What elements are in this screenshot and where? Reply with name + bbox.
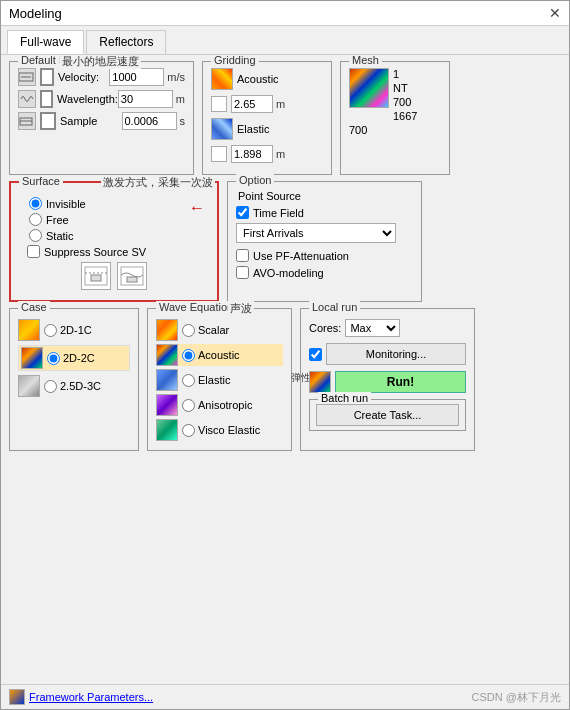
batch-run-group: Batch run Create Task...: [309, 399, 466, 431]
case-2d2c-icon: [21, 347, 43, 369]
avo-modeling-label: AVO-modeling: [253, 267, 324, 279]
acoustic-icon: [211, 68, 233, 90]
tab-reflectors[interactable]: Reflectors: [86, 30, 166, 54]
static-row: Static: [19, 229, 209, 242]
case-2d2c-radio[interactable]: [47, 352, 60, 365]
velocity-input[interactable]: [109, 68, 164, 86]
time-field-checkbox[interactable]: [236, 206, 249, 219]
elastic-unit: m: [276, 148, 285, 160]
batch-run-label: Batch run: [318, 392, 371, 404]
elastic-icon: [211, 118, 233, 140]
case-group: Case 2D-1C 2D-2C 2.5D-3C: [9, 308, 139, 451]
gridding-label: Gridding: [211, 55, 259, 66]
elastic-label: Elastic: [237, 123, 282, 135]
wave-equation-label: Wave Equation: [156, 301, 236, 313]
case-2d1c-icon: [18, 319, 40, 341]
velocity-label: Velocity:: [58, 71, 109, 83]
case-25d-radio[interactable]: [44, 380, 57, 393]
acoustic-color-box: [211, 96, 227, 112]
run-button[interactable]: Run!: [335, 371, 466, 393]
option-label: Option: [236, 174, 274, 186]
mesh-val2: 700: [393, 96, 417, 108]
framework-parameters-link[interactable]: Framework Parameters...: [9, 689, 153, 705]
tab-fullwave[interactable]: Full-wave: [7, 30, 84, 54]
scalar-label: Scalar: [198, 324, 229, 336]
static-label: Static: [46, 230, 74, 242]
static-radio[interactable]: [29, 229, 42, 242]
pf-attenuation-label: Use PF-Attenuation: [253, 250, 349, 262]
tab-bar: Full-wave Reflectors: [1, 26, 569, 55]
arrivals-dropdown[interactable]: First Arrivals: [236, 223, 396, 243]
visco-elastic-radio[interactable]: [182, 424, 195, 437]
preview-icon-1: [81, 262, 111, 290]
case-25d-label: 2.5D-3C: [60, 380, 101, 392]
mesh-icon: [349, 68, 389, 108]
framework-icon: [9, 689, 25, 705]
scalar-radio[interactable]: [182, 324, 195, 337]
anisotropic-label: Anisotropic: [198, 399, 252, 411]
run-icon: [309, 371, 331, 393]
elastic-input[interactable]: [231, 145, 273, 163]
surface-chinese-annotation: 激发方式，采集一次波: [101, 175, 215, 190]
watermark: CSDN @林下月光: [472, 690, 561, 705]
avo-modeling-checkbox[interactable]: [236, 266, 249, 279]
velocity-icon: [18, 68, 36, 86]
scalar-row: Scalar: [156, 319, 283, 341]
wavelength-input[interactable]: [118, 90, 173, 108]
local-run-group: Local run Cores: Max Monitoring... Run!: [300, 308, 475, 451]
close-button[interactable]: ✕: [549, 5, 561, 21]
title-bar: Modeling ✕: [1, 1, 569, 26]
run-row: Run!: [309, 371, 466, 393]
monitoring-checkbox[interactable]: [309, 348, 322, 361]
visco-elastic-label: Visco Elastic: [198, 424, 260, 436]
acoustic-wave-icon: [156, 344, 178, 366]
cores-dropdown[interactable]: Max: [345, 319, 400, 337]
suppress-row: Suppress Source SV: [19, 245, 209, 258]
acoustic-label: Acoustic: [237, 73, 282, 85]
sample-unit: s: [180, 115, 186, 127]
avo-modeling-row: AVO-modeling: [236, 266, 413, 279]
middle-row: Surface 激发方式，采集一次波 Invisible ← Free Stat…: [9, 181, 561, 302]
elastic-input-row: m: [211, 145, 323, 163]
pf-attenuation-row: Use PF-Attenuation: [236, 249, 413, 262]
case-2d1c-radio[interactable]: [44, 324, 57, 337]
elastic-color-box: [211, 146, 227, 162]
preview-icons: [19, 262, 209, 290]
acoustic-wave-row: Acoustic: [156, 344, 283, 366]
bottom-bar: Framework Parameters... CSDN @林下月光: [1, 684, 569, 709]
svg-rect-6: [91, 275, 101, 281]
acoustic-input[interactable]: [231, 95, 273, 113]
create-task-button[interactable]: Create Task...: [316, 404, 459, 426]
point-source-label: Point Source: [236, 190, 413, 202]
monitoring-button[interactable]: Monitoring...: [326, 343, 466, 365]
monitoring-row: Monitoring...: [309, 343, 466, 365]
acoustic-radio[interactable]: [182, 349, 195, 362]
pf-attenuation-checkbox[interactable]: [236, 249, 249, 262]
case-label: Case: [18, 301, 50, 313]
anisotropic-radio[interactable]: [182, 399, 195, 412]
suppress-checkbox[interactable]: [27, 245, 40, 258]
sample-row: Sample s: [18, 112, 185, 130]
framework-label: Framework Parameters...: [29, 691, 153, 703]
elastic-radio[interactable]: [182, 374, 195, 387]
sample-icon: [18, 112, 36, 130]
cores-row: Cores: Max: [309, 319, 466, 337]
option-group: Option Point Source Time Field First Arr…: [227, 181, 422, 302]
invisible-radio[interactable]: [29, 197, 42, 210]
local-run-label: Local run: [309, 301, 360, 313]
nt-label: NT: [393, 82, 417, 94]
visco-elastic-icon: [156, 419, 178, 441]
anisotropic-icon: [156, 394, 178, 416]
window-title: Modeling: [9, 6, 62, 21]
suppress-label: Suppress Source SV: [44, 246, 146, 258]
sample-input[interactable]: [122, 112, 177, 130]
free-radio[interactable]: [29, 213, 42, 226]
case-2d2c-row: 2D-2C: [18, 345, 130, 371]
velocity-color-box: [40, 68, 54, 86]
nt-value: 1: [393, 68, 417, 80]
surface-label: Surface: [19, 175, 63, 187]
mesh-content: 1 NT 700 1667: [349, 68, 441, 122]
wave-annotation: 声波: [228, 301, 254, 316]
elastic-wave-row: Elastic 弹性波 ←: [156, 369, 283, 391]
bottom-row: Case 2D-1C 2D-2C 2.5D-3C: [9, 308, 561, 451]
